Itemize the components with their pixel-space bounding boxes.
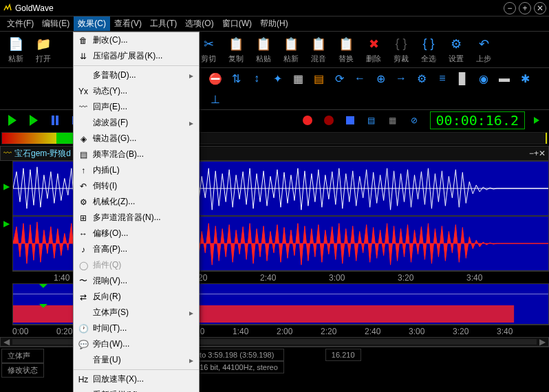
打开-icon: 📁 [35, 36, 52, 52]
effect-mechanize[interactable]: ⚙机械化(Z)... [74, 194, 199, 210]
tool-剪裁[interactable]: { }剪裁 [388, 33, 414, 66]
bar-icon[interactable]: ▬ [495, 69, 513, 87]
playback-rate-icon: Hz [76, 374, 90, 385]
menu-效果(C)[interactable]: 效果(C) [74, 17, 110, 31]
effect-reverb[interactable]: 〜混响(V)... [74, 273, 199, 289]
tool-全选[interactable]: { }全选 [416, 33, 442, 66]
tool-粘新[interactable]: 📋粘新 [278, 33, 304, 66]
tool-删除[interactable]: ✖删除 [360, 33, 387, 66]
effect-stereo[interactable]: 立体声(S)▸ [74, 305, 199, 320]
left-icon[interactable]: ← [351, 69, 369, 87]
submenu-arrow-icon: ▸ [189, 356, 193, 365]
替换-icon: 📋 [338, 36, 354, 52]
effect-dynamics[interactable]: Yx动态(Y)... [74, 83, 199, 99]
menu-查看(V)[interactable]: 查看(V) [110, 17, 146, 31]
menu-工具(T)[interactable]: 工具(T) [146, 17, 181, 31]
tool-上步[interactable]: ↶上步 [471, 33, 497, 66]
record-button[interactable] [298, 112, 317, 129]
sliders-icon[interactable]: ⚙ [413, 69, 431, 87]
effect-pitch[interactable]: ♪音高(P)... [74, 241, 199, 257]
doppler-icon [76, 70, 90, 81]
tool-复制[interactable]: 📋复制 [223, 33, 249, 66]
menu-选项(O)[interactable]: 选项(O) [181, 17, 217, 31]
doc-icon: 〰 [3, 149, 12, 158]
doc-min-button[interactable]: − [529, 149, 534, 158]
multichannel-icon: ⊞ [76, 213, 90, 224]
tool-粘新[interactable]: 📄粘新 [3, 33, 29, 66]
pause-button[interactable] [45, 112, 65, 129]
tool-设置[interactable]: ⚙设置 [443, 33, 469, 66]
channel-right-icon[interactable]: ▶ [3, 219, 10, 228]
vert-icon[interactable]: ↕ [248, 69, 266, 87]
props-icon[interactable]: ▦ [383, 112, 402, 129]
复制-icon: 📋 [228, 36, 244, 52]
echo-icon: 〰 [76, 102, 90, 113]
剪裁-icon: { } [393, 36, 409, 52]
menu-窗口(W)[interactable]: 窗口(W) [218, 17, 256, 31]
spectrum-icon[interactable]: ▊ [454, 69, 472, 87]
submenu-arrow-icon: ▸ [189, 118, 193, 128]
tool-混音[interactable]: 📋混音 [305, 33, 332, 66]
effect-flanger[interactable]: ◈镶边器(G)... [74, 131, 199, 146]
effect-resample[interactable]: Hz重新采样(M)... [74, 387, 199, 392]
menu-帮助(H)[interactable]: 帮助(H) [256, 17, 292, 31]
status-pos: 16.210 [325, 349, 361, 361]
target-icon[interactable]: ⊕ [372, 69, 389, 87]
dial-icon[interactable]: ◉ [475, 69, 493, 87]
effect-interpolate[interactable]: ↑内插(L) [74, 162, 199, 178]
粘新-icon: 📄 [8, 36, 24, 52]
effect-echo[interactable]: 〰回声(E)... [74, 99, 199, 115]
tool-粘贴[interactable]: 📋粘贴 [250, 33, 277, 66]
timer-play-icon[interactable] [527, 112, 546, 129]
play-button[interactable] [3, 112, 22, 129]
doc-close-button[interactable]: ✕ [539, 149, 546, 158]
bars-icon[interactable]: ▤ [310, 69, 327, 87]
time-icon: 🕐 [76, 323, 90, 334]
tool-替换[interactable]: 📋替换 [333, 33, 359, 66]
effect-volume[interactable]: 音量(U)▸ [74, 352, 199, 368]
effect-multichannel[interactable]: ⊞多声道混音器(N)... [74, 210, 199, 226]
menu-编辑(E)[interactable]: 编辑(E) [38, 17, 74, 31]
effect-doppler[interactable]: 多普勒(D)...▸ [74, 67, 199, 83]
effect-freq-blend[interactable]: ▤频率混合(B)... [74, 146, 199, 162]
play-loop-button[interactable] [24, 112, 43, 129]
minimize-button[interactable]: − [504, 2, 516, 14]
doc-max-button[interactable]: + [534, 149, 539, 158]
close-button[interactable]: ✕ [534, 2, 546, 14]
meter-icon[interactable]: ▤ [362, 112, 381, 129]
record-stop-button[interactable] [341, 112, 360, 129]
grid-icon[interactable]: ▦ [289, 69, 307, 87]
menu-文件(F)[interactable]: 文件(F) [3, 17, 38, 31]
record-pause-button[interactable] [319, 112, 338, 129]
tool-打开[interactable]: 📁打开 [30, 33, 56, 66]
swap-icon[interactable]: ⇅ [227, 69, 245, 87]
window-title: GoldWave [15, 3, 501, 13]
censor-icon: 🗑 [76, 35, 90, 46]
上步-icon: ↶ [475, 36, 492, 52]
effect-voiceover[interactable]: 💬旁白(W)... [74, 336, 199, 352]
loop-icon[interactable]: ⟳ [330, 69, 348, 87]
effect-time[interactable]: 🕐时间(T)... [74, 320, 199, 336]
anchor-icon[interactable]: ⊥ [206, 90, 224, 108]
eq-icon[interactable]: ≡ [433, 69, 451, 87]
freq-blend-icon: ▤ [76, 149, 90, 160]
status-channel: 立体声 [1, 349, 44, 363]
mechanize-icon: ⚙ [76, 197, 90, 208]
effect-offset[interactable]: ↔偏移(O)... [74, 226, 199, 241]
stereo-icon [76, 307, 90, 318]
maximize-button[interactable]: + [519, 2, 531, 14]
effect-playback-rate[interactable]: Hz回放速率(X)... [74, 371, 199, 387]
混音-icon: 📋 [310, 36, 327, 52]
effect-censor[interactable]: 🗑删改(C)... [74, 32, 199, 48]
effect-invert[interactable]: ↶倒转(I) [74, 178, 199, 194]
chain-icon[interactable]: ⊘ [405, 112, 424, 129]
effect-reverse[interactable]: ⇄反向(R) [74, 289, 199, 305]
effect-filter[interactable]: 滤波器(F)▸ [74, 115, 199, 131]
stop-icon[interactable]: ⛔ [206, 69, 224, 87]
star-icon[interactable]: ✦ [268, 69, 286, 87]
spark-icon[interactable]: ✱ [516, 69, 534, 87]
effect-compressor[interactable]: ⇊压缩器/扩展器(K)... [74, 48, 199, 64]
channel-left-icon[interactable]: ▶ [3, 182, 10, 191]
全选-icon: { } [420, 36, 437, 52]
right-icon[interactable]: → [392, 69, 410, 87]
